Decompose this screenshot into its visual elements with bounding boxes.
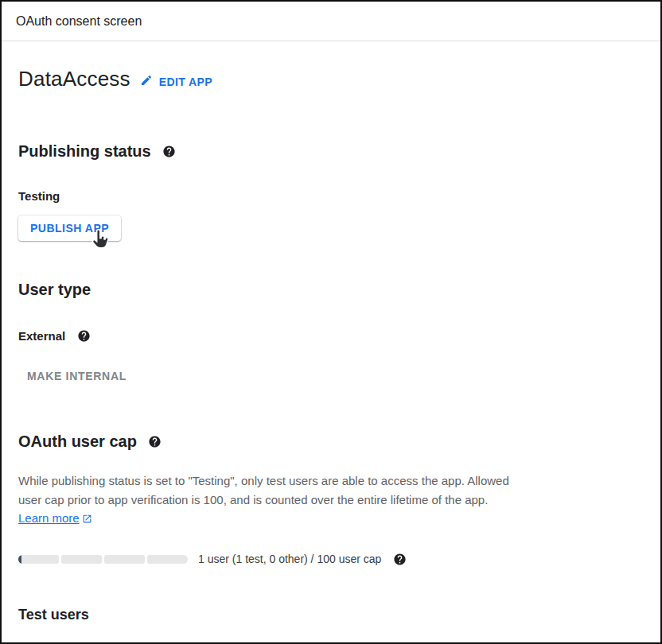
main-content: DataAccess EDIT APP Publishing status Te… <box>2 67 660 623</box>
learn-more-label: Learn more <box>18 511 80 525</box>
publishing-status-value: Testing <box>18 189 660 203</box>
user-type-value: External <box>18 329 65 343</box>
user-cap-usage-row: 1 user (1 test, 0 other) / 100 user cap <box>18 553 660 566</box>
user-cap-progressbar <box>18 555 188 564</box>
oauth-user-cap-help-icon[interactable] <box>148 435 162 448</box>
progress-segment <box>147 555 188 564</box>
app-title-row: DataAccess EDIT APP <box>18 67 660 91</box>
progress-fill <box>18 555 21 564</box>
oauth-user-cap-heading-row: OAuth user cap <box>18 433 660 451</box>
make-internal-button[interactable]: MAKE INTERNAL <box>27 370 127 382</box>
edit-app-button-label: EDIT APP <box>159 76 212 88</box>
progress-segment <box>18 555 59 564</box>
oauth-user-cap-description: While publishing status is set to "Testi… <box>18 471 512 530</box>
test-users-heading: Test users <box>18 607 660 623</box>
publishing-status-help-icon[interactable] <box>162 145 176 158</box>
user-type-help-icon[interactable] <box>77 329 91 343</box>
edit-app-button[interactable]: EDIT APP <box>140 74 212 89</box>
page-header: OAuth consent screen <box>2 2 660 41</box>
user-cap-usage-text: 1 user (1 test, 0 other) / 100 user cap <box>198 553 381 565</box>
app-name: DataAccess <box>18 67 130 91</box>
pencil-icon <box>140 74 153 89</box>
publishing-status-heading-row: Publishing status <box>18 142 660 161</box>
user-type-value-row: External <box>18 329 660 343</box>
publishing-status-heading: Publishing status <box>18 142 151 161</box>
user-type-heading-row: User type <box>18 281 660 299</box>
learn-more-link[interactable]: Learn more <box>18 511 80 525</box>
oauth-consent-screen-page: OAuth consent screen DataAccess EDIT APP… <box>0 0 662 644</box>
oauth-user-cap-heading: OAuth user cap <box>18 433 137 451</box>
progress-segment <box>61 555 102 564</box>
progress-segment <box>104 555 145 564</box>
page-title: OAuth consent screen <box>16 14 142 29</box>
open-in-new-icon <box>82 510 92 530</box>
cap-description-text: While publishing status is set to "Testi… <box>18 474 509 506</box>
publish-app-button-row: PUBLISH APP <box>18 215 660 241</box>
user-type-heading: User type <box>18 281 91 299</box>
publish-app-button[interactable]: PUBLISH APP <box>18 215 121 241</box>
user-cap-usage-help-icon[interactable] <box>393 553 407 566</box>
